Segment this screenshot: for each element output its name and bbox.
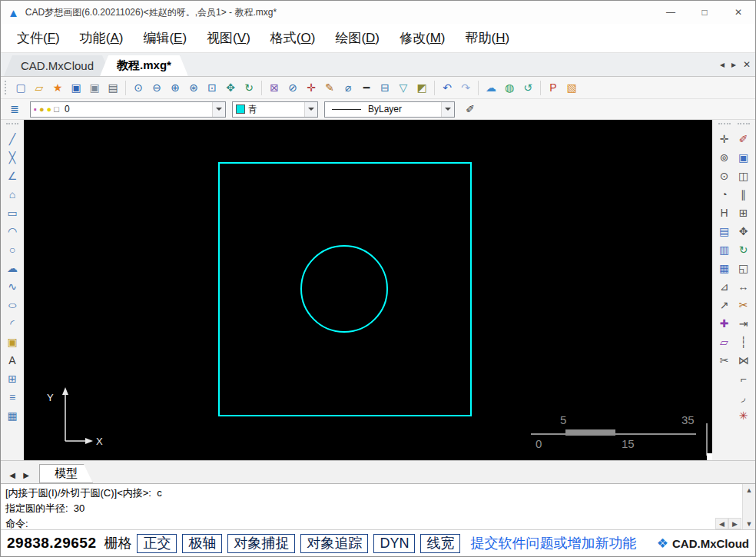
refresh-icon[interactable]: ↺	[519, 79, 536, 96]
arc-icon[interactable]: ◠	[4, 223, 21, 240]
menu-modify[interactable]: 修改(M)	[390, 26, 456, 50]
layer-select[interactable]: ▪●●□ 0	[30, 101, 226, 118]
undo-icon[interactable]: ↶	[439, 79, 456, 96]
layout-prev-icon[interactable]: ◀	[5, 466, 19, 483]
command-line-area[interactable]: [内接于圆(I)/外切于圆(C)]<内接>: c 指定圆的半径: 30 命令: …	[1, 483, 755, 529]
scale-icon[interactable]: ◱	[735, 260, 752, 277]
toolbar-grip[interactable]	[738, 123, 750, 127]
temp-track-point-icon[interactable]: ✛	[716, 131, 733, 148]
pencil-icon[interactable]: ✎	[321, 79, 338, 96]
spline-icon[interactable]: ∿	[4, 278, 21, 295]
drawing-canvas[interactable]: Y X 5 35 0 15	[24, 120, 712, 460]
text-icon[interactable]: A	[4, 352, 21, 369]
maximize-button[interactable]: □	[688, 1, 721, 24]
line-icon[interactable]: ╱	[4, 131, 21, 148]
toggle-ortho[interactable]: 正交	[137, 534, 177, 553]
layout-icon[interactable]: ⊟	[376, 79, 393, 96]
zoom-in-icon[interactable]: ⊕	[167, 79, 184, 96]
snap-center-icon[interactable]: ⊙	[716, 167, 733, 184]
hatch-icon[interactable]: ▦	[4, 407, 21, 424]
draworder-top-icon[interactable]: ▤	[716, 223, 733, 240]
tab-close-icon[interactable]: ✕	[743, 59, 751, 70]
export-image-icon[interactable]: ▧	[563, 79, 580, 96]
stretch-icon[interactable]: ↔	[735, 278, 752, 295]
ellipse-arc-icon[interactable]: ◜	[4, 315, 21, 332]
regen-icon[interactable]: ↻	[240, 79, 257, 96]
tab-scroll-left-icon[interactable]: ◂	[720, 59, 724, 70]
erase-icon[interactable]: ✐	[735, 131, 752, 148]
array-icon[interactable]: ⊞	[735, 204, 752, 221]
polygon-icon[interactable]: ⌂	[4, 186, 21, 203]
match-properties-icon[interactable]: ✐	[462, 101, 479, 118]
measure-area-icon[interactable]: ▱	[716, 333, 733, 350]
toggle-osnap[interactable]: 对象捕捉	[227, 534, 295, 553]
offset-icon[interactable]: ∥	[735, 186, 752, 203]
dropdown-arrow-icon[interactable]	[212, 102, 225, 117]
export-pdf-icon[interactable]: P	[545, 79, 562, 96]
circle-icon[interactable]: ○	[4, 241, 21, 258]
join-icon[interactable]: ⋈	[735, 352, 752, 369]
fillet-icon[interactable]: ◞	[735, 389, 752, 406]
menu-format[interactable]: 格式(O)	[260, 26, 326, 50]
rectangle-icon[interactable]: ▭	[4, 204, 21, 221]
command-vscrollbar[interactable]: ▲ ▼	[742, 484, 755, 529]
zoom-extents-icon[interactable]: ⊛	[185, 79, 202, 96]
menu-edit[interactable]: 编辑(E)	[133, 26, 197, 50]
magnifier-icon[interactable]: ⊘	[284, 79, 301, 96]
table-icon[interactable]: ⊞	[4, 370, 21, 387]
snap-nearest-icon[interactable]: ↗	[716, 297, 733, 313]
clip-icon[interactable]: ✂	[716, 352, 733, 369]
toggle-dyn[interactable]: DYN	[373, 534, 415, 553]
layers-manager-icon[interactable]: ≣	[6, 101, 23, 118]
measure-icon[interactable]: ⌀	[340, 79, 356, 96]
mtext-icon[interactable]: ≡	[4, 389, 21, 406]
explode-icon[interactable]: ✳	[735, 407, 752, 424]
dropdown-arrow-icon[interactable]	[441, 102, 454, 117]
menu-view[interactable]: 视图(V)	[197, 26, 260, 50]
plot-icon[interactable]: ▤	[104, 79, 121, 96]
polyline-icon[interactable]: ∠	[4, 167, 21, 184]
dropdown-arrow-icon[interactable]	[304, 102, 317, 117]
toggle-grid[interactable]: 栅格	[104, 534, 131, 552]
draworder-bottom-icon[interactable]: ▥	[716, 241, 733, 258]
scroll-right-icon[interactable]: ▶	[728, 518, 741, 529]
brand[interactable]: ❖ CAD.MxCloud	[657, 535, 749, 552]
zoom-window-icon[interactable]: ⊡	[204, 79, 220, 96]
toggle-lineweight[interactable]: 线宽	[420, 534, 460, 553]
mirror-icon[interactable]: ◫	[735, 167, 752, 184]
revcloud-icon[interactable]: ☁	[4, 260, 21, 277]
linetype-select[interactable]: ByLayer	[324, 101, 455, 118]
doc-tab-tutorial[interactable]: 教程.mxg*	[100, 55, 188, 76]
select-icon[interactable]: ⊠	[266, 79, 283, 96]
menu-draw[interactable]: 绘图(D)	[325, 26, 390, 50]
scroll-left-icon[interactable]: ◀	[715, 518, 728, 529]
filter-icon[interactable]: ▽	[395, 79, 412, 96]
snap-extension-icon[interactable]: Η	[716, 204, 733, 221]
menu-help[interactable]: 帮助(H)	[456, 26, 520, 50]
pan-icon[interactable]: ✥	[222, 79, 239, 96]
lineweight-icon[interactable]: ━	[358, 79, 375, 96]
rotate-icon[interactable]: ↻	[735, 241, 752, 258]
snap-perpendicular-icon[interactable]: ⊿	[716, 278, 733, 295]
command-hscrollbar[interactable]: ◀ ▶	[715, 518, 741, 529]
menu-file[interactable]: 文件(F)	[7, 26, 70, 50]
close-button[interactable]: ✕	[721, 1, 755, 24]
measure-distance-icon[interactable]: ✚	[716, 315, 733, 332]
viewport-resize-grip[interactable]	[707, 453, 712, 460]
toolbar-grip[interactable]	[5, 81, 8, 94]
osnap-cross-icon[interactable]: ✛	[303, 79, 320, 96]
snap-quadrant-icon[interactable]: ◔	[716, 186, 733, 203]
insert-block-icon[interactable]: ▣	[4, 333, 21, 350]
trim-icon[interactable]: ✂	[735, 297, 752, 313]
save-icon[interactable]: ▣	[68, 79, 85, 96]
redo-icon[interactable]: ↷	[457, 79, 474, 96]
tab-scroll-right-icon[interactable]: ▸	[731, 59, 736, 70]
toggle-polar[interactable]: 极轴	[182, 534, 222, 553]
draworder-front-icon[interactable]: ▦	[716, 260, 733, 277]
cloud-sync-icon[interactable]: ☁	[482, 79, 499, 96]
toggle-otrack[interactable]: 对象追踪	[300, 534, 368, 553]
zoom-previous-icon[interactable]: ⊙	[130, 79, 147, 96]
copy-icon[interactable]: ▣	[735, 149, 752, 166]
extend-icon[interactable]: ⇥	[735, 315, 752, 332]
toolbar-grip[interactable]	[6, 123, 18, 127]
